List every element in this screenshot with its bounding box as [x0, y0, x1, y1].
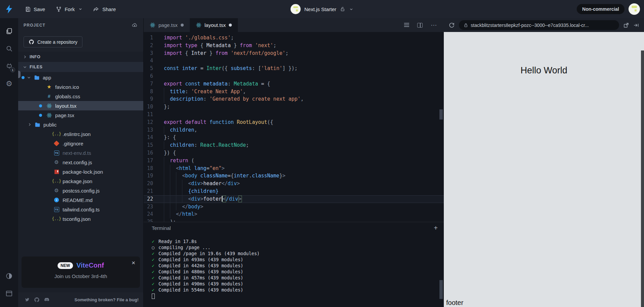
tree-item-page.tsx[interactable]: page.tsx — [18, 110, 143, 120]
check-icon: ✓ — [152, 287, 158, 293]
code-line-6[interactable]: 6 — [144, 72, 444, 80]
code-line-16[interactable]: 16}) { — [144, 149, 444, 157]
line-number: 13 — [144, 126, 159, 134]
tree-item-.gitignore[interactable]: .gitignore — [18, 139, 143, 148]
banner-close-icon[interactable]: × — [132, 259, 135, 267]
preview-pane[interactable]: Hello World footer — [444, 32, 644, 307]
terminal-text: Compiled /page in 19.6s (439 modules) — [158, 251, 260, 256]
tree-item-package-lock.json[interactable]: package-lock.json — [18, 167, 143, 176]
terminal-text: Ready in 17.8s — [158, 239, 197, 244]
more-actions-icon[interactable]: ⋯ — [431, 24, 437, 27]
tree-item-public[interactable]: public — [18, 120, 143, 129]
tree-item-tsconfig.json[interactable]: {..}tsconfig.json — [18, 214, 143, 224]
open-preview-pane-icon[interactable] — [633, 22, 639, 28]
prettier-icon[interactable] — [404, 23, 409, 27]
react-icon — [196, 22, 202, 28]
code-line-9[interactable]: 9description: 'Generated by create next … — [144, 95, 444, 103]
tab-modified-dot[interactable] — [229, 24, 232, 27]
code-line-20[interactable]: 20<div>header</div> — [144, 180, 444, 187]
code-line-2[interactable]: 2import type { Metadata } from 'next'; — [144, 42, 444, 49]
theme-contrast-icon[interactable] — [3, 269, 15, 283]
code-line-12[interactable]: 12export default function RootLayout({ — [144, 118, 444, 126]
code-line-24[interactable]: 24</html> — [144, 210, 444, 218]
github-icon — [29, 39, 34, 45]
code-line-17[interactable]: 17return ( — [144, 157, 444, 165]
tree-item-layout.tsx[interactable]: layout.tsx — [18, 101, 143, 110]
file-a-bug-link[interactable]: Something broken? File a bug! — [74, 297, 139, 302]
code-line-5[interactable]: 5const inter = Inter({ subsets: ['latin'… — [144, 65, 444, 72]
ports-panel-icon[interactable]: 1 — [3, 59, 15, 73]
tree-item-tailwind.config.ts[interactable]: TStailwind.config.ts — [18, 205, 143, 214]
new-terminal-icon[interactable]: + — [434, 224, 438, 232]
discord-icon[interactable] — [44, 297, 50, 303]
code-line-1[interactable]: 1import './globals.css'; — [144, 34, 444, 42]
terminal-line: ✓Compiled in 554ms (439 modules) — [152, 287, 444, 293]
cloud-sync-icon[interactable] — [131, 22, 138, 28]
preview-scrollbar[interactable] — [641, 50, 644, 307]
tree-item-package.json[interactable]: {..}package.json — [18, 176, 143, 186]
code-line-18[interactable]: 18<html lang="en"> — [144, 165, 444, 172]
fork-chevron-down-icon — [78, 7, 82, 11]
search-panel-icon[interactable] — [3, 41, 15, 56]
tree-item-app[interactable]: app — [18, 73, 143, 82]
code-line-11[interactable]: 11 — [144, 111, 444, 118]
editor-scrollbar-thumb[interactable] — [439, 109, 443, 120]
code-line-15[interactable]: 15children: React.ReactNode; — [144, 141, 444, 149]
code-line-23[interactable]: 23</body> — [144, 203, 444, 211]
check-icon: ✓ — [152, 263, 158, 269]
stackblitz-logo-icon[interactable] — [0, 0, 18, 18]
line-number: 20 — [144, 180, 159, 187]
tab-modified-dot[interactable] — [181, 24, 184, 27]
section-files[interactable]: FILES — [18, 62, 143, 72]
save-button[interactable]: Save — [21, 4, 49, 15]
visibility-chevron-down-icon[interactable] — [349, 7, 354, 11]
code-line-25[interactable]: 25); — [144, 218, 444, 222]
layout-panels-icon[interactable] — [3, 286, 15, 301]
tree-item-globals.css[interactable]: #globals.css — [18, 92, 143, 101]
open-in-new-window-icon[interactable] — [623, 22, 629, 28]
code-line-10[interactable]: 10}; — [144, 103, 444, 111]
code-line-21[interactable]: 21{children} — [144, 187, 444, 195]
share-button[interactable]: Share — [89, 4, 120, 15]
user-avatar[interactable] — [629, 3, 640, 15]
tree-item-label: package-lock.json — [63, 169, 103, 175]
code-line-19[interactable]: 19<body className={inter.className}> — [144, 172, 444, 180]
code-line-22[interactable]: 22<div>footer</div> — [144, 195, 444, 203]
tree-item-favicon.ico[interactable]: ★favicon.ico — [18, 82, 143, 92]
viteconf-title[interactable]: ViteConf — [76, 262, 104, 269]
tree-item-next.config.js[interactable]: ⚙next.config.js — [18, 158, 143, 167]
code-editor[interactable]: 1import './globals.css';2import type { M… — [143, 32, 444, 222]
tree-item-postcss.config.js[interactable]: ⚙postcss.config.js — [18, 186, 143, 195]
sidebar-resize-handle[interactable] — [18, 71, 21, 78]
create-repository-button[interactable]: Create a repository — [24, 36, 82, 47]
tree-item-.eslintrc.json[interactable]: {..}.eslintrc.json — [18, 129, 143, 139]
line-number: 7 — [144, 80, 159, 88]
settings-panel-icon[interactable]: ⚙ — [3, 76, 15, 91]
plan-badge[interactable]: Non-commercial — [577, 4, 624, 14]
terminal-scrollbar-thumb[interactable] — [439, 280, 443, 299]
code-line-4[interactable]: 4 — [144, 57, 444, 65]
terminal-line: ✓Compiled in 442ms (439 modules) — [152, 263, 444, 269]
github-footer-icon[interactable] — [34, 297, 40, 303]
line-number: 19 — [144, 172, 159, 180]
code-line-13[interactable]: 13children, — [144, 126, 444, 134]
code-line-7[interactable]: 7export const metadata: Metadata = { — [144, 80, 444, 88]
unlock-icon[interactable] — [340, 6, 346, 12]
twitter-icon[interactable] — [24, 297, 30, 303]
tab-page.tsx[interactable]: page.tsx — [144, 18, 190, 32]
preview-url-bar[interactable]: stackblitzstarters8epkzf-pozc--3000--e7c… — [459, 20, 619, 30]
fork-button[interactable]: Fork — [52, 4, 86, 15]
tab-layout.tsx[interactable]: layout.tsx — [190, 18, 238, 32]
section-info[interactable]: INFO — [18, 52, 143, 62]
code-line-3[interactable]: 3import { Inter } from 'next/font/google… — [144, 49, 444, 57]
terminal-output[interactable]: ✓Ready in 17.8s○compiling /page ...✓Comp… — [144, 234, 444, 299]
line-number: 6 — [144, 72, 159, 80]
tree-item-README.md[interactable]: iREADME.md — [18, 195, 143, 205]
files-panel-icon[interactable] — [3, 24, 15, 38]
split-editor-icon[interactable] — [417, 23, 423, 28]
tree-item-next-env.d.ts[interactable]: TSnext-env.d.ts — [18, 148, 143, 158]
project-avatar[interactable] — [290, 4, 300, 14]
refresh-icon[interactable] — [449, 22, 455, 28]
code-line-14[interactable]: 14}: { — [144, 134, 444, 141]
code-line-8[interactable]: 8title: 'Create Next App', — [144, 88, 444, 96]
